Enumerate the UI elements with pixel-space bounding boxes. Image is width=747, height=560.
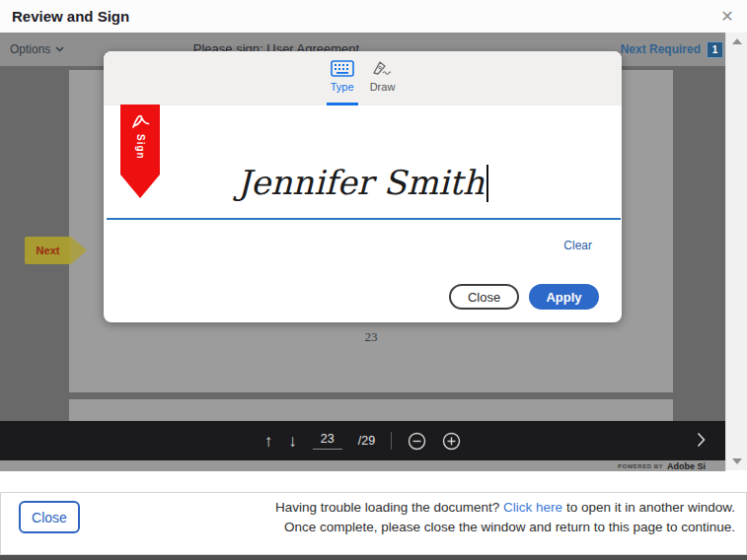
keyboard-icon [331, 60, 354, 77]
signature-dialog-actions: Close Apply [449, 284, 599, 310]
next-field-arrow-tip [71, 237, 87, 264]
signature-dialog: Type Draw Sign [104, 51, 622, 322]
clear-signature-link[interactable]: Clear [563, 239, 592, 252]
page-number-input[interactable]: 23 [313, 432, 342, 450]
signature-baseline [107, 218, 621, 220]
vertical-scrollbar[interactable] [725, 33, 747, 470]
adobe-sign-ribbon-body: Sign [120, 105, 160, 175]
review-and-sign-window: Review and Sign ✕ 23 Options Please sign… [0, 0, 747, 560]
adobe-brand-label: Adobe Si [667, 461, 706, 471]
signature-apply-button[interactable]: Apply [529, 284, 599, 310]
tab-type[interactable]: Type [331, 51, 354, 105]
next-required-control[interactable]: Next Required 1 [621, 33, 723, 66]
previous-page-arrow-icon[interactable]: ↑ [264, 433, 273, 450]
tab-draw-label: Draw [370, 81, 396, 93]
zoom-out-button[interactable] [408, 432, 426, 451]
document-page-number: 23 [69, 329, 673, 345]
window-title: Review and Sign [12, 0, 129, 33]
next-field-arrow[interactable]: Next [25, 237, 87, 264]
adobe-sign-ribbon-tip [120, 175, 160, 198]
help-text-after: to open it in another window. [562, 500, 735, 515]
next-required-label[interactable]: Next Required [621, 42, 701, 56]
zoom-out-icon [408, 432, 426, 451]
footer-help-line1: Having trouble loading the document? Cli… [275, 498, 735, 518]
powered-by-label: POWERED BY [618, 463, 663, 469]
scrollbar-up-arrow-icon[interactable] [732, 38, 742, 44]
adobe-logo-icon [129, 110, 151, 132]
pen-icon [371, 60, 393, 77]
powered-by-strip: POWERED BY Adobe Si [0, 460, 725, 471]
signature-text-field[interactable]: Jennifer Smith [104, 163, 622, 202]
click-here-link[interactable]: Click here [503, 500, 562, 515]
ribbon-sign-label: Sign [135, 134, 146, 160]
adobe-sign-ribbon: Sign [120, 105, 160, 198]
tab-draw[interactable]: Draw [370, 51, 396, 105]
page-total-label: /29 [358, 434, 375, 448]
zoom-in-icon [442, 432, 461, 451]
signature-value: Jennifer Smith [237, 163, 484, 202]
next-field-arrow-label: Next [25, 237, 71, 264]
signature-dialog-body: Sign Jennifer Smith Clear Close Apply [104, 105, 622, 322]
help-text-before: Having trouble loading the document? [275, 500, 503, 515]
tab-type-label: Type [331, 81, 354, 93]
window-titlebar: Review and Sign ✕ [0, 0, 747, 33]
footer-help-line2: Once complete, please close the window a… [275, 518, 735, 537]
text-cursor [486, 165, 488, 202]
footer-close-button[interactable]: Close [19, 501, 80, 533]
footer-help-text: Having trouble loading the document? Cli… [275, 498, 735, 537]
next-page-arrow-icon[interactable]: ↓ [288, 433, 297, 450]
window-bottom-edge [0, 555, 747, 560]
scrollbar-down-arrow-icon[interactable] [732, 458, 742, 464]
toolbar-expand-chevron-icon[interactable] [697, 432, 706, 452]
zoom-in-button[interactable] [442, 432, 461, 451]
window-close-icon[interactable]: ✕ [715, 0, 739, 33]
signature-dialog-tabs: Type Draw [104, 51, 622, 105]
document-next-page [69, 399, 673, 421]
signature-close-button[interactable]: Close [449, 284, 519, 310]
pdf-navigation-toolbar: ↑ ↓ 23 /29 [0, 421, 725, 460]
footer-panel: Close Having trouble loading the documen… [0, 492, 747, 555]
toolbar-divider [391, 432, 392, 450]
next-required-count-badge: 1 [707, 41, 723, 58]
